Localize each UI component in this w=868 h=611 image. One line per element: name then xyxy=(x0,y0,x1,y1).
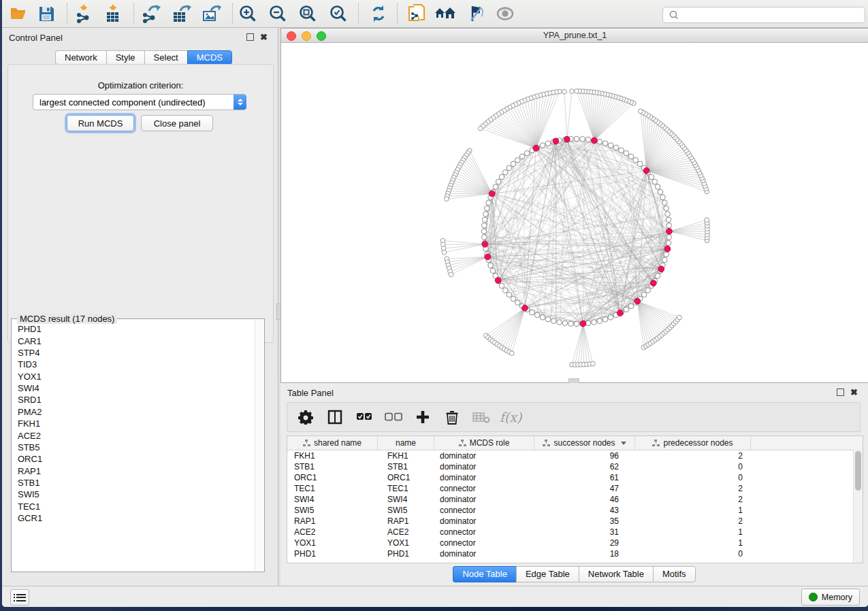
export-table-icon[interactable] xyxy=(170,2,193,25)
import-network-icon[interactable] xyxy=(73,2,96,25)
first-neighbors-icon[interactable] xyxy=(434,2,457,25)
export-network-icon[interactable] xyxy=(140,2,163,25)
cell-role: dominator xyxy=(434,473,534,482)
cell-name: RAP1 xyxy=(378,516,434,526)
zoom-selected-icon[interactable] xyxy=(327,2,350,25)
select-stepper-icon xyxy=(234,95,246,110)
mcds-result-item[interactable]: TEC1 xyxy=(12,501,255,512)
close-panel-icon[interactable]: ✖ xyxy=(850,389,858,395)
mcds-result-item[interactable]: SWI4 xyxy=(12,382,255,394)
network-canvas[interactable] xyxy=(281,43,867,381)
delete-column-icon[interactable] xyxy=(443,408,461,426)
search-input[interactable] xyxy=(681,10,865,20)
mcds-result-item[interactable]: STB5 xyxy=(12,442,255,453)
mcds-result-item[interactable]: ORC1 xyxy=(12,453,255,465)
save-icon[interactable] xyxy=(35,2,58,25)
show-graphics-details-icon[interactable] xyxy=(494,2,517,25)
mcds-result-item[interactable]: PHD1 xyxy=(12,323,255,335)
mcds-result-list[interactable]: PHD1CAR1STP4TID3YOX1SWI4SRD1PMA2FKH1ACE2… xyxy=(12,323,255,571)
memory-label: Memory xyxy=(822,593,852,602)
tab-node-table[interactable]: Node Table xyxy=(453,566,516,582)
mcds-result-item[interactable]: STB1 xyxy=(12,477,255,489)
zoom-in-icon[interactable] xyxy=(236,2,259,25)
cell-name: ACE2 xyxy=(378,527,434,537)
table-row[interactable]: ACE2ACE2connector311 xyxy=(287,527,863,538)
table-row[interactable]: RAP1RAP1dominator352 xyxy=(287,516,863,527)
zoom-out-icon[interactable] xyxy=(266,2,289,25)
clone-network-icon[interactable] xyxy=(405,2,428,25)
open-file-icon[interactable] xyxy=(7,2,31,25)
cell-name: ORC1 xyxy=(378,473,434,482)
import-table-icon[interactable] xyxy=(101,2,125,25)
tab-select[interactable]: Select xyxy=(144,50,187,65)
tab-motifs[interactable]: Motifs xyxy=(653,566,696,582)
table-row[interactable]: STB1STB1dominator620 xyxy=(287,461,863,472)
mcds-list-scrollbar[interactable] xyxy=(255,320,263,571)
column-header-successor-nodes[interactable]: successor nodes xyxy=(534,436,635,450)
search-box[interactable] xyxy=(662,7,865,23)
export-image-icon[interactable] xyxy=(199,2,223,25)
mcds-result-item[interactable]: FKH1 xyxy=(12,418,255,429)
float-panel-icon[interactable] xyxy=(837,389,844,396)
optimization-criterion-select[interactable]: largest connected component (undirected) xyxy=(33,94,246,110)
cell-successors: 29 xyxy=(534,538,635,548)
tab-network[interactable]: Network xyxy=(55,50,106,65)
cell-predecessors: 1 xyxy=(635,538,751,548)
column-header-MCDS-role[interactable]: MCDS role xyxy=(434,436,534,450)
tab-edge-table[interactable]: Edge Table xyxy=(516,566,579,582)
float-panel-icon[interactable] xyxy=(246,33,254,41)
mcds-result-item[interactable]: SWI5 xyxy=(12,489,255,500)
cell-predecessors: 2 xyxy=(635,484,751,493)
deselect-all-rows-icon[interactable] xyxy=(385,408,402,426)
mcds-result-item[interactable]: PMA2 xyxy=(12,406,255,418)
hide-graphics-details-icon[interactable] xyxy=(464,2,487,25)
column-header-name[interactable]: name xyxy=(378,436,434,450)
column-header-predecessor-nodes[interactable]: predecessor nodes xyxy=(635,436,751,450)
mcds-result-item[interactable]: TID3 xyxy=(12,359,255,370)
table-panel: Table Panel ✖ xyxy=(280,383,868,585)
scrollbar-thumb[interactable] xyxy=(855,451,861,491)
tab-style[interactable]: Style xyxy=(106,50,144,65)
mcds-result-item[interactable]: SRD1 xyxy=(12,394,255,406)
refresh-icon[interactable] xyxy=(367,2,390,25)
run-mcds-button[interactable]: Run MCDS xyxy=(67,115,134,131)
table-row[interactable]: SWI4SWI4dominator462 xyxy=(287,494,863,505)
cell-successors: 61 xyxy=(534,473,635,482)
add-column-icon[interactable] xyxy=(414,408,432,426)
node-table: shared namenameMCDS rolesuccessor nodesp… xyxy=(287,435,863,563)
tab-mcds[interactable]: MCDS xyxy=(187,50,232,65)
mcds-result-item[interactable]: CAR1 xyxy=(12,335,255,346)
mcds-result-item[interactable]: YOX1 xyxy=(12,371,255,382)
column-header-shared-name[interactable]: shared name xyxy=(287,436,378,450)
table-scrollbar[interactable] xyxy=(853,450,863,563)
cytoscape-window: Control Panel ✖ NetworkStyleSelectMCDS O… xyxy=(2,0,868,607)
mcds-result-item[interactable]: RAP1 xyxy=(12,465,255,477)
panel-list-button[interactable] xyxy=(10,589,29,606)
cell-role: dominator xyxy=(434,462,534,472)
table-row[interactable]: TEC1TEC1connector472 xyxy=(287,483,863,494)
table-row[interactable]: ORC1ORC1dominator610 xyxy=(287,472,863,483)
mcds-tab-content: Optimization criterion: largest connecte… xyxy=(7,64,274,343)
cell-successors: 43 xyxy=(534,506,635,515)
close-panel-button[interactable]: Close panel xyxy=(141,115,213,131)
mcds-result-item[interactable]: GCR1 xyxy=(12,512,255,524)
tab-network-table[interactable]: Network Table xyxy=(579,566,653,582)
cell-predecessors: 0 xyxy=(635,462,751,472)
toolbar-separator xyxy=(232,3,233,24)
memory-button[interactable]: Memory xyxy=(801,589,860,606)
table-row[interactable]: FKH1FKH1dominator962 xyxy=(287,450,863,461)
zoom-fit-icon[interactable] xyxy=(296,2,319,25)
mcds-result-item[interactable]: STP4 xyxy=(12,347,255,359)
select-all-rows-icon[interactable] xyxy=(355,408,373,426)
close-panel-icon[interactable]: ✖ xyxy=(260,34,268,40)
network-window-titlebar[interactable]: YPA_prune.txt_1 xyxy=(281,29,868,43)
main-toolbar xyxy=(2,0,868,28)
show-columns-icon[interactable] xyxy=(326,408,344,426)
control-panel-title: Control Panel xyxy=(9,33,63,43)
mcds-result-item[interactable]: ACE2 xyxy=(12,429,255,441)
table-settings-icon[interactable] xyxy=(297,408,315,426)
optimization-criterion-label: Optimization criterion: xyxy=(8,80,273,90)
table-row[interactable]: SWI5SWI5connector431 xyxy=(287,505,863,516)
table-row[interactable]: YOX1YOX1connector291 xyxy=(287,538,863,548)
table-row[interactable]: PHD1PHD1dominator180 xyxy=(287,548,863,559)
